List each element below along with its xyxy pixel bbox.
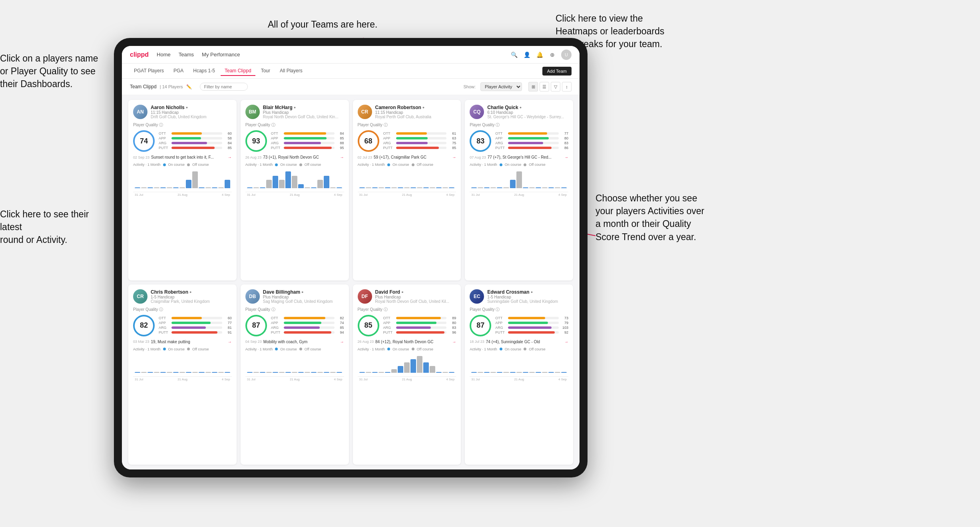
player-name[interactable]: Edward Crossman ● xyxy=(487,289,568,295)
round-name: Sunset round to get back into it, F... xyxy=(151,155,226,159)
add-team-button[interactable]: Add Team xyxy=(542,67,572,76)
user-avatar[interactable]: U xyxy=(561,50,572,60)
round-arrow: → xyxy=(452,340,456,344)
player-name[interactable]: Blair McHarg ● xyxy=(263,105,344,110)
on-course-label: On course xyxy=(505,163,522,167)
quality-circle[interactable]: 87 xyxy=(245,315,267,336)
player-handicap: Plus Handicap xyxy=(263,110,344,115)
player-card[interactable]: CQ Charlie Quick ● 6:10 Handicap St. Geo… xyxy=(465,100,573,280)
quality-circle[interactable]: 83 xyxy=(470,130,491,152)
player-handicap: 11:15 Handicap xyxy=(151,110,232,115)
player-avatar: AN xyxy=(133,105,147,119)
quality-circle[interactable]: 87 xyxy=(470,315,491,336)
round-name: 74 (+4), Sunningdale GC - Old xyxy=(486,340,563,344)
player-card[interactable]: CR Chris Robertson ● 1-5 Handicap Craigm… xyxy=(128,284,237,465)
round-arrow: → xyxy=(228,340,232,344)
recent-round[interactable]: 04 Sep 23 Mobility with coach, Gym → xyxy=(245,340,344,344)
quality-section: 74 OTT 60 APP 58 ARG 84 PUTT 85 xyxy=(133,130,232,152)
quality-number: 87 xyxy=(252,321,260,330)
player-name[interactable]: Charlie Quick ● xyxy=(487,105,568,110)
user-icon[interactable]: 👤 xyxy=(523,51,531,59)
activity-title: Activity · 1 Month xyxy=(470,163,497,167)
player-club: Drift Golf Club, United Kingdom xyxy=(151,115,232,119)
nav-icons: 🔍 👤 🔔 ⊕ U xyxy=(510,50,572,60)
on-course-legend xyxy=(275,163,278,166)
off-course-legend xyxy=(412,348,414,350)
player-name[interactable]: Cameron Robertson ● xyxy=(375,105,456,110)
verified-icon: ● xyxy=(301,290,303,294)
chart-bars xyxy=(358,353,456,373)
off-course-label: Off course xyxy=(305,163,321,167)
filter-input[interactable] xyxy=(200,83,248,91)
player-card[interactable]: BM Blair McHarg ● Plus Handicap Royal No… xyxy=(241,100,349,280)
round-arrow: → xyxy=(564,340,568,344)
recent-round[interactable]: 02 Jul 23 59 (+17), Craigmillar Park GC … xyxy=(358,155,456,159)
activity-header: Activity · 1 Month On course Off course xyxy=(358,163,456,167)
quality-section: 87 OTT 73 APP 79 ARG 103 PUTT 92 xyxy=(470,315,568,336)
subnav-hcaps[interactable]: Hcaps 1-5 xyxy=(189,66,219,76)
subnav-team-clippd[interactable]: Team Clippd xyxy=(221,66,255,76)
activity-header: Activity · 1 Month On course Off course xyxy=(133,163,232,167)
quality-circle[interactable]: 82 xyxy=(133,315,155,336)
recent-round[interactable]: 26 Aug 23 73 (+1), Royal North Devon GC … xyxy=(245,155,344,159)
nav-my-performance[interactable]: My Performance xyxy=(202,52,240,58)
edit-icon[interactable]: ✏️ xyxy=(186,84,192,89)
show-select[interactable]: Player Activity xyxy=(480,82,522,91)
recent-round[interactable]: 07 Aug 23 77 (+7), St George's Hill GC -… xyxy=(470,155,568,159)
player-header: CR Cameron Robertson ● 11:15 Handicap Ro… xyxy=(358,105,456,119)
quality-circle[interactable]: 74 xyxy=(133,130,155,152)
player-card[interactable]: AN Aaron Nicholls ● 11:15 Handicap Drift… xyxy=(128,100,237,280)
player-avatar: CR xyxy=(358,105,372,119)
off-course-label: Off course xyxy=(529,347,545,351)
player-card[interactable]: CR Cameron Robertson ● 11:15 Handicap Ro… xyxy=(353,100,461,280)
player-card[interactable]: DB Dave Billingham ● Plus Handicap Sag M… xyxy=(241,284,349,465)
chart-bars xyxy=(133,168,232,188)
sub-nav: PGAT Players PGA Hcaps 1-5 Team Clippd T… xyxy=(122,64,580,79)
recent-round[interactable]: 26 Aug 23 84 (+12), Royal North Devon GC… xyxy=(358,340,456,344)
quality-circle[interactable]: 68 xyxy=(358,130,379,152)
round-arrow: → xyxy=(228,155,232,159)
nav-home[interactable]: Home xyxy=(157,52,171,58)
quality-section: 82 OTT 60 APP 77 ARG 81 PUTT 91 xyxy=(133,315,232,336)
player-name[interactable]: Chris Robertson ● xyxy=(151,289,232,295)
quality-circle[interactable]: 93 xyxy=(245,130,267,152)
subnav-pgat[interactable]: PGAT Players xyxy=(130,66,168,76)
player-card[interactable]: DF David Ford ● Plus Handicap Royal Nort… xyxy=(353,284,461,465)
chart-area xyxy=(133,353,232,377)
teams-annotation: All of your Teams are here. xyxy=(268,18,377,31)
bell-icon[interactable]: 🔔 xyxy=(536,51,544,59)
player-name[interactable]: David Ford ● xyxy=(375,289,456,295)
grid-view-icon[interactable]: ⊞ xyxy=(528,82,538,91)
player-avatar: DF xyxy=(358,289,372,304)
player-name[interactable]: Aaron Nicholls ● xyxy=(151,105,232,110)
table-view-icon[interactable]: ☰ xyxy=(540,82,549,91)
on-course-label: On course xyxy=(392,163,409,167)
filter-icon[interactable]: ▽ xyxy=(551,82,560,91)
round-name: 77 (+7), St George's Hill GC - Red... xyxy=(488,155,563,159)
search-icon[interactable]: 🔍 xyxy=(510,51,518,59)
on-course-label: On course xyxy=(168,347,185,351)
recent-round[interactable]: 18 Jul 23 74 (+4), Sunningdale GC - Old … xyxy=(470,340,568,344)
subnav-tour[interactable]: Tour xyxy=(257,66,274,76)
player-avatar: DB xyxy=(245,289,260,304)
nav-teams[interactable]: Teams xyxy=(179,52,194,58)
player-avatar: BM xyxy=(245,105,260,119)
quality-circle[interactable]: 85 xyxy=(358,315,379,336)
subnav-pga[interactable]: PGA xyxy=(169,66,187,76)
help-icon[interactable]: ⊕ xyxy=(548,51,556,59)
off-course-legend xyxy=(524,348,526,350)
off-course-label: Off course xyxy=(192,163,209,167)
round-date: 26 Aug 23 xyxy=(358,340,374,344)
player-info: Dave Billingham ● Plus Handicap Sag Magi… xyxy=(263,289,344,304)
quality-number: 93 xyxy=(252,137,260,145)
subnav-all-players[interactable]: All Players xyxy=(276,66,307,76)
sort-icon[interactable]: ↕ xyxy=(562,82,572,91)
player-name[interactable]: Dave Billingham ● xyxy=(263,289,344,295)
chart-area xyxy=(358,168,456,192)
off-course-label: Off course xyxy=(529,163,545,167)
recent-round[interactable]: 03 Mar 23 19, Must make putting → xyxy=(133,340,232,344)
round-date: 02 Sep 23 xyxy=(133,155,149,159)
recent-round[interactable]: 02 Sep 23 Sunset round to get back into … xyxy=(133,155,232,159)
team-count: | 14 Players xyxy=(160,84,183,89)
player-card[interactable]: EC Edward Crossman ● 1-5 Handicap Sunnin… xyxy=(465,284,573,465)
